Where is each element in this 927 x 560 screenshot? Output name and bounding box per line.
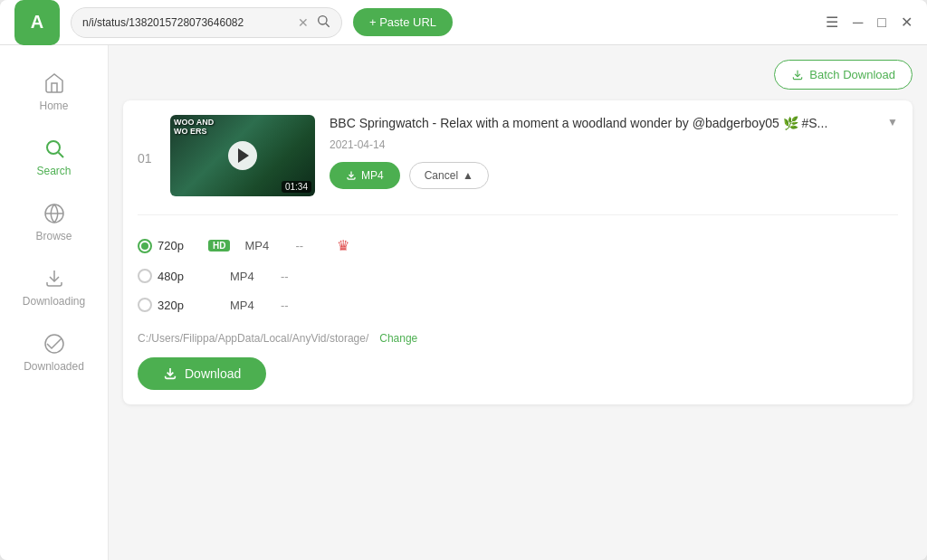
menu-icon[interactable]: ☰ [826,14,838,31]
batch-download-button[interactable]: Batch Download [774,60,913,90]
format-720p: MP4 [244,239,281,252]
quality-480p-label: 480p [158,270,194,283]
radio-480p[interactable]: 480p [138,269,194,283]
batch-download-icon [791,69,804,81]
download-button[interactable]: Download [138,357,266,390]
logo-letter: A [31,12,43,33]
change-storage-link[interactable]: Change [379,332,417,345]
paste-url-button[interactable]: + Paste URL [353,8,453,36]
quality-320p-label: 320p [158,299,194,312]
search-sidebar-icon [43,138,65,159]
main-content: Batch Download 01 WOO ANDWO E [109,45,927,560]
sidebar: Home Search Browse [0,45,109,560]
size-320p: -- [281,299,308,312]
search-icon[interactable] [316,14,330,32]
video-title-text: BBC Springwatch - Relax with a moment a … [330,115,880,133]
play-button[interactable] [228,141,257,170]
svg-line-1 [326,24,330,27]
video-info: BBC Springwatch - Relax with a moment a … [330,115,898,189]
url-clear-icon[interactable]: ✕ [298,15,309,30]
video-number: 01 [138,151,156,166]
radio-320p-circle[interactable] [138,298,152,312]
quality-options: 720p HD MP4 -- ♛ 480p MP4 [138,214,898,390]
maximize-icon[interactable]: □ [877,14,886,31]
storage-path: C:/Users/Filippa/AppData/Local/AnyVid/st… [138,332,368,345]
video-date: 2021-04-14 [330,138,898,151]
sidebar-downloading-label: Downloading [23,295,85,308]
video-card: 01 WOO ANDWO ERS 01:34 [123,100,913,404]
video-duration: 01:34 [282,181,311,193]
sidebar-browse-label: Browse [35,230,72,242]
app-logo: A [14,0,60,45]
sidebar-downloaded-label: Downloaded [24,360,84,373]
quality-row-480p: 480p MP4 -- [138,261,898,290]
url-bar[interactable]: n/i/status/1382015728073646082 ✕ [71,7,342,38]
svg-point-0 [319,15,327,24]
browse-icon [43,203,65,224]
svg-point-2 [47,141,60,154]
radio-720p-circle[interactable] [138,239,152,253]
expand-icon[interactable]: ▼ [887,115,898,130]
radio-720p[interactable]: 720p [138,239,194,253]
play-icon [238,148,249,163]
sidebar-item-home[interactable]: Home [0,63,108,121]
download-icon [163,366,177,381]
radio-720p-fill [141,242,148,250]
sidebar-home-label: Home [39,100,68,112]
svg-line-3 [58,153,63,158]
downloading-icon [43,268,65,289]
url-input[interactable]: n/i/status/1382015728073646082 [82,16,291,29]
window-controls: ☰ ─ □ ✕ [826,14,913,31]
crown-icon: ♛ [337,237,349,254]
thumbnail-title: WOO ANDWO ERS [174,119,214,137]
mp4-download-button[interactable]: MP4 [330,162,400,189]
quality-row-320p: 320p MP4 -- [138,290,898,319]
minimize-icon[interactable]: ─ [853,14,863,31]
format-480p: MP4 [230,270,266,283]
video-thumbnail: WOO ANDWO ERS 01:34 [170,115,315,196]
storage-row: C:/Users/Filippa/AppData/Local/AnyVid/st… [138,332,898,345]
sidebar-item-downloading[interactable]: Downloading [0,259,108,317]
mp4-download-icon [346,170,357,181]
home-icon [43,72,65,94]
cancel-button[interactable]: Cancel ▲ [409,162,489,189]
sidebar-search-label: Search [36,165,71,177]
cancel-chevron-icon: ▲ [463,169,473,182]
sidebar-item-browse[interactable]: Browse [0,194,108,252]
radio-320p[interactable]: 320p [138,298,194,312]
hd-badge: HD [208,240,230,252]
size-720p: -- [295,239,322,252]
action-buttons: MP4 Cancel ▲ [330,162,898,189]
batch-download-area: Batch Download [123,60,913,90]
sidebar-item-downloaded[interactable]: Downloaded [0,324,108,382]
quality-row-720p: 720p HD MP4 -- ♛ [138,230,898,261]
radio-480p-circle[interactable] [138,269,152,283]
format-320p: MP4 [230,299,266,312]
size-480p: -- [281,270,308,283]
title-bar: A n/i/status/1382015728073646082 ✕ + Pas… [0,0,927,45]
quality-720p-label: 720p [158,239,194,252]
downloaded-icon [43,333,65,355]
sidebar-item-search[interactable]: Search [0,128,108,186]
close-icon[interactable]: ✕ [901,14,913,31]
